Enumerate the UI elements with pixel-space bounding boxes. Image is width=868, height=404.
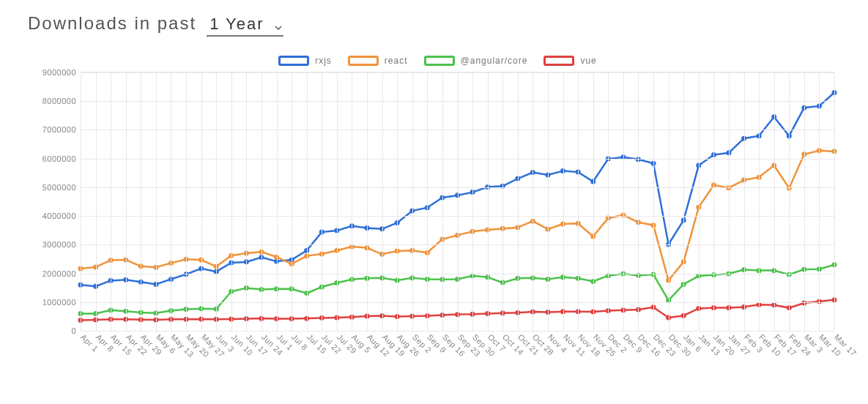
y-tick-label: 0 [71,326,81,335]
gridline-v [623,72,624,331]
gridline-v [171,72,171,331]
legend-swatch [424,56,455,66]
gridline-v [819,72,820,331]
gridline-v [789,72,790,331]
y-tick-label: 3000000 [42,240,81,249]
gridline-v [683,72,684,331]
gridline-v [156,72,157,331]
gridline-v [141,72,141,331]
legend-item-vue[interactable]: vue [544,56,596,66]
gridline-v [367,72,368,331]
legend: rxjsreact@angular/corevue [28,56,847,66]
legend-swatch [544,56,574,66]
gridline-v [518,72,519,331]
gridline-v [533,72,533,331]
gridline-v [201,72,202,331]
gridline-v [382,72,383,331]
gridline-v [231,72,232,331]
gridline-v [744,72,745,331]
gridline-v [277,72,278,331]
gridline-v [186,72,187,331]
y-tick-label: 4000000 [42,212,81,220]
gridline-v [337,72,338,331]
y-tick-label: 5000000 [42,183,81,192]
gridline-v [488,72,489,331]
gridline-v [111,72,111,331]
gridline-v [246,72,247,331]
gridline-v [804,72,805,331]
gridline-v [608,72,609,331]
y-tick-label: 2000000 [42,269,81,278]
gridline-v [442,72,443,331]
gridline-v [729,72,730,331]
legend-label: @angular/core [461,56,528,66]
gridline-v [563,72,564,331]
gridline-v [322,72,322,331]
gridline-v [653,72,654,331]
y-tick-label: 9000000 [42,68,81,77]
legend-item-rxjs[interactable]: rxjs [278,56,332,66]
gridline-v [216,72,217,331]
gridline-h [81,331,834,332]
gridline-v [502,72,503,331]
gridline-v [713,72,714,331]
plot-area: 0100000020000003000000400000050000006000… [81,72,834,331]
gridline-v [593,72,594,331]
legend-swatch [348,56,379,66]
gridline-v [96,72,97,331]
legend-label: rxjs [315,56,332,66]
chart-area: 0100000020000003000000400000050000006000… [28,70,847,378]
gridline-v [427,72,428,331]
y-tick-label: 7000000 [42,125,81,134]
gridline-v [578,72,579,331]
chevron-down-icon [275,26,282,31]
gridline-v [548,72,549,331]
y-tick-label: 6000000 [42,154,81,163]
gridline-v [352,72,352,331]
gridline-v [472,72,473,331]
y-tick-label: 1000000 [42,298,81,307]
gridline-v [759,72,760,331]
gridline-v [397,72,398,331]
title-row: Downloads in past 1 Year [28,13,847,37]
gridline-v [261,72,262,331]
period-select[interactable]: 1 Year [207,15,283,37]
gridline-v [669,72,669,331]
chart-container: Downloads in past 1 Year rxjsreact@angul… [0,0,868,404]
gridline-v [412,72,413,331]
x-tick-label: Jul 8 [290,332,310,352]
gridline-v [699,72,700,331]
legend-item-angular[interactable]: @angular/core [424,56,528,66]
legend-label: react [385,56,408,66]
gridline-v [292,72,292,331]
gridline-v [126,72,127,331]
title-prefix: Downloads in past [28,13,196,34]
gridline-v [774,72,775,331]
legend-item-react[interactable]: react [348,56,408,66]
gridline-v [307,72,308,331]
y-tick-label: 8000000 [42,97,81,105]
gridline-v [638,72,639,331]
gridline-v [458,72,459,331]
gridline-v [81,72,81,331]
legend-label: vue [580,56,596,66]
legend-swatch [278,56,309,66]
period-value: 1 Year [209,15,264,33]
gridline-v [834,72,835,331]
